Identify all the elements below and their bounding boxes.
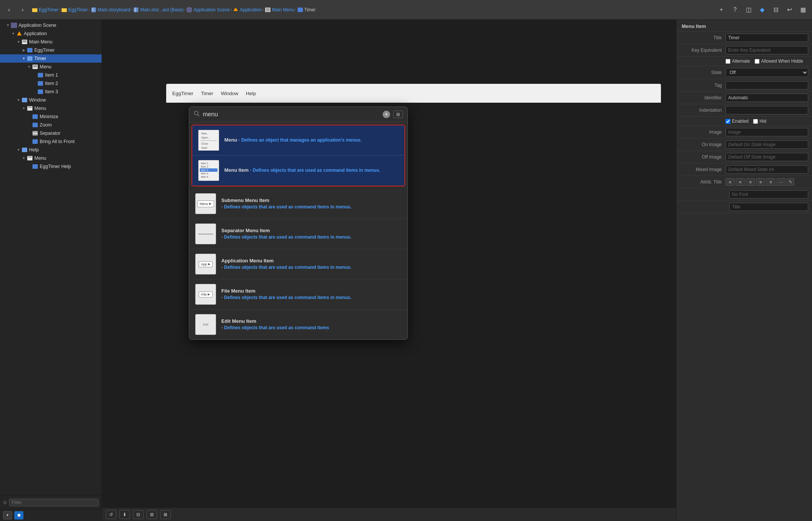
breadcrumb-storyboard[interactable]: Main.storyboard bbox=[91, 7, 130, 13]
sidebar-item-item2[interactable]: Item 2 bbox=[0, 79, 102, 88]
breadcrumb-timer[interactable]: Timer bbox=[297, 7, 316, 13]
title-attr-input[interactable] bbox=[729, 203, 808, 211]
enabled-checkbox[interactable]: Enabled bbox=[726, 119, 749, 124]
menu-item-name: Menu - Defines an object that manages an… bbox=[224, 137, 398, 143]
nav-back-button[interactable]: ‹ bbox=[3, 4, 15, 16]
identifier-label: Identifier bbox=[680, 95, 726, 100]
canvas-download-button[interactable]: ⬇ bbox=[119, 510, 130, 519]
allowed-hidden-input[interactable] bbox=[755, 59, 760, 64]
storyboard-icon bbox=[91, 7, 97, 13]
breadcrumb-scene[interactable]: Application Scene bbox=[186, 7, 230, 13]
sidebar-wmenu-label: Menu bbox=[34, 106, 46, 111]
inspector-row-off-image: Off Image Default Off State Image bbox=[676, 151, 812, 163]
filter-input[interactable] bbox=[9, 499, 99, 506]
canvas-refresh-button[interactable]: ↺ bbox=[106, 510, 116, 519]
no-arrow6 bbox=[26, 131, 32, 136]
menu-sub-icon bbox=[32, 63, 39, 70]
enabled-input[interactable] bbox=[726, 119, 730, 124]
breadcrumb-sep2: › bbox=[89, 8, 90, 12]
breadcrumb-eggtimer1[interactable]: EggTimer bbox=[32, 7, 59, 13]
inspector-title: Menu Item bbox=[676, 20, 812, 32]
sidebar-down-button[interactable]: ▾ bbox=[3, 511, 12, 519]
sidebar-item-zoom[interactable]: Zoom bbox=[0, 121, 102, 129]
canvas-layout-button[interactable]: ⊠ bbox=[160, 510, 171, 519]
sidebar-item-bring-all[interactable]: Bring All to Front bbox=[0, 137, 102, 146]
library-item-edit-menu[interactable]: Edit Edit Menu Item - Defines objects th… bbox=[189, 310, 408, 339]
svg-rect-25 bbox=[38, 73, 43, 77]
share-button[interactable]: ↩ bbox=[783, 4, 795, 16]
library-item-menu[interactable]: New... Open... Close Save Menu - Defines… bbox=[192, 125, 404, 156]
library-item-submenu[interactable]: Menu ▶ Submenu Menu Item - Defines objec… bbox=[189, 189, 408, 219]
inspector-row-title: Title bbox=[676, 32, 812, 44]
breadcrumb-mainmenu[interactable]: Main Menu bbox=[265, 7, 294, 13]
sidebar-item-window[interactable]: ▼ Window bbox=[0, 96, 102, 104]
align-natural-button[interactable]: ≡ bbox=[766, 178, 775, 186]
library-item-file-menu[interactable]: File ▶ File Menu Item - Defines objects … bbox=[189, 279, 408, 310]
library-item-application-menu[interactable]: App ▶ Application Menu Item - Defines ob… bbox=[189, 249, 408, 279]
align-justify-button[interactable]: ≡ bbox=[756, 178, 765, 186]
no-arrow5 bbox=[26, 122, 32, 128]
highlight-button[interactable]: ◆ bbox=[756, 4, 768, 16]
key-equiv-input[interactable] bbox=[726, 46, 808, 54]
library-item-separator[interactable]: Separator Menu Item - Defines objects th… bbox=[189, 219, 408, 249]
hidden-checkbox[interactable]: Hid bbox=[753, 119, 766, 124]
align-center-button[interactable]: ≡ bbox=[736, 178, 745, 186]
menubar-window: Window bbox=[221, 91, 238, 96]
sidebar-item-timer-menu[interactable]: ▼ Menu bbox=[0, 63, 102, 71]
font-input[interactable] bbox=[729, 190, 808, 199]
sidebar-item-item1[interactable]: Item 1 bbox=[0, 71, 102, 79]
svg-rect-29 bbox=[27, 106, 32, 111]
library-item-menuitem[interactable]: Item 1 Item 2 Item 3 Item 4 Item 5 Menu … bbox=[192, 156, 404, 186]
canvas-arrange-button[interactable]: ⊟ bbox=[133, 510, 144, 519]
sidebar-item-eggtimer-menu[interactable]: ▶ EggTimer bbox=[0, 46, 102, 54]
expand-hmenu: ▼ bbox=[21, 156, 26, 161]
main-layout: ▼ Application Scene ▼ Application ▼ bbox=[0, 20, 812, 521]
sidebar-item-main-menu[interactable]: ▼ Main Menu bbox=[0, 38, 102, 46]
library-search-input[interactable] bbox=[203, 111, 380, 118]
expand-arrow4: ▶ bbox=[21, 48, 26, 53]
inspector-row-state: State Off On Mixed bbox=[676, 66, 812, 79]
library-grid-button[interactable]: ⊞ bbox=[393, 111, 403, 118]
breadcrumb-application[interactable]: Application bbox=[233, 7, 262, 13]
indentation-input[interactable] bbox=[726, 106, 808, 114]
align-right-button[interactable]: ≡ bbox=[746, 178, 755, 186]
breadcrumb-sep6: › bbox=[262, 8, 264, 12]
add-button[interactable]: ＋ bbox=[715, 4, 727, 16]
title-input[interactable] bbox=[726, 34, 808, 42]
alternate-checkbox-input[interactable] bbox=[726, 59, 730, 64]
submenu-name: Submenu Menu Item - Defines objects that… bbox=[221, 197, 401, 210]
state-select[interactable]: Off On Mixed bbox=[726, 68, 808, 77]
sidebar-item-timer[interactable]: ▼ Timer bbox=[0, 54, 102, 63]
sidebar-item-application[interactable]: ▼ Application bbox=[0, 29, 102, 38]
settings-button[interactable]: ⊟ bbox=[770, 4, 782, 16]
sidebar-item-separator[interactable]: Separator bbox=[0, 129, 102, 137]
sidebar-item-help-menu[interactable]: ▼ Menu bbox=[0, 154, 102, 162]
attrib-edit-button[interactable]: ✎ bbox=[787, 178, 794, 186]
canvas-grid-button[interactable]: ⊞ bbox=[147, 510, 157, 519]
allowed-hidden-checkbox[interactable]: Allowed When Hidde bbox=[755, 59, 803, 64]
hidden-input[interactable] bbox=[753, 119, 758, 124]
sidebar-item-window-menu[interactable]: ▼ Menu bbox=[0, 104, 102, 113]
align-left-button[interactable]: ≡ bbox=[726, 178, 735, 186]
sidebar-help-label: Help bbox=[29, 147, 39, 153]
breadcrumb-eggtimer2[interactable]: EggTimer bbox=[61, 7, 88, 13]
breadcrumb: EggTimer › EggTimer › Main.storyboard › … bbox=[32, 7, 714, 13]
nav-forward-button[interactable]: › bbox=[17, 4, 29, 16]
identifier-input[interactable] bbox=[726, 94, 808, 102]
sidebar-item-minimize[interactable]: Minimize bbox=[0, 113, 102, 121]
breadcrumb-base[interactable]: Main.stor...ard (Base) bbox=[133, 7, 184, 13]
tag-input[interactable] bbox=[726, 81, 808, 89]
library-close-button[interactable]: ✕ bbox=[383, 111, 390, 118]
layout-button[interactable]: ▦ bbox=[797, 4, 809, 16]
sidebar-item-item3[interactable]: Item 3 bbox=[0, 88, 102, 96]
inspector-button[interactable]: ◫ bbox=[743, 4, 755, 16]
alternate-checkbox[interactable]: Alternate bbox=[726, 59, 750, 64]
sidebar-item-app-scene[interactable]: ▼ Application Scene bbox=[0, 21, 102, 29]
sidebar-item-help[interactable]: ▼ Help bbox=[0, 146, 102, 154]
app-menu-info: Application Menu Item - Defines objects … bbox=[221, 258, 401, 271]
sidebar-item-eggtimer-help[interactable]: EggTimer Help bbox=[0, 162, 102, 171]
sidebar-menu-sub-label: Menu bbox=[40, 64, 51, 69]
help-button[interactable]: ? bbox=[729, 4, 741, 16]
sidebar-tag-button[interactable]: ⬟ bbox=[14, 511, 23, 519]
zoom-icon bbox=[32, 122, 39, 128]
